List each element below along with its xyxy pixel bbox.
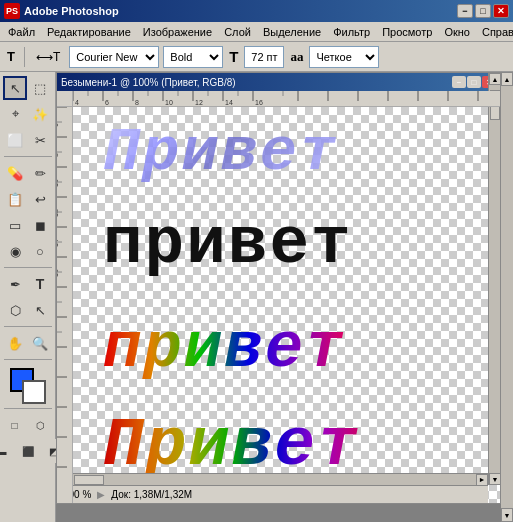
menu-edit[interactable]: Редактирование	[41, 24, 137, 40]
svg-text:12: 12	[57, 209, 59, 217]
ruler-top: 4 6 8 10 12 14 16	[73, 91, 500, 107]
text-layer-4[interactable]: Привет	[103, 412, 360, 480]
scroll-down-button[interactable]: ▼	[489, 473, 501, 485]
direct-select-tool[interactable]: ↖	[28, 298, 52, 322]
full-screen-mode[interactable]: ⬛	[16, 439, 40, 463]
doc-minimize-button[interactable]: −	[452, 76, 466, 88]
menu-window[interactable]: Окно	[438, 24, 476, 40]
screen-mode[interactable]: ▬	[0, 439, 14, 463]
svg-text:14: 14	[225, 99, 233, 106]
zoom-tool[interactable]: 🔍	[28, 331, 52, 355]
shape-tool[interactable]: ⬡	[3, 298, 27, 322]
tool-divider-3	[4, 326, 52, 327]
text-layer-2[interactable]: привет	[103, 212, 353, 278]
dodge-tool[interactable]: ○	[28, 239, 52, 263]
history-tool[interactable]: ↩	[28, 187, 52, 211]
doc-restore-button[interactable]: □	[467, 76, 481, 88]
wand-tool[interactable]: ✨	[28, 102, 52, 126]
svg-text:4: 4	[75, 99, 79, 106]
main-area: ↖ ⬚ ⌖ ✨ ⬜ ✂ 💊 ✏ 📋 ↩ ▭ ◼ ◉ ○ ✒	[0, 72, 513, 522]
text-tool-icon[interactable]: T	[4, 49, 18, 64]
svg-text:8: 8	[57, 153, 59, 157]
pen-tool[interactable]: ✒	[3, 272, 27, 296]
font-size-icon: T	[227, 48, 240, 65]
svg-text:10: 10	[57, 179, 59, 187]
fill-tool[interactable]: ◼	[28, 213, 52, 237]
svg-text:8: 8	[135, 99, 139, 106]
menu-select[interactable]: Выделение	[257, 24, 327, 40]
eraser-tool[interactable]: ▭	[3, 213, 27, 237]
quick-mask-row: □ ⬡	[3, 413, 53, 437]
svg-text:16: 16	[255, 99, 263, 106]
quick-mask-mode[interactable]: ⬡	[29, 413, 53, 437]
text-layer-3[interactable]: привет	[103, 317, 345, 381]
menu-image[interactable]: Изображение	[137, 24, 218, 40]
tool-divider-5	[4, 408, 52, 409]
right-panel-scrollbar: ▲ ▼	[501, 72, 513, 522]
text-orientation-button[interactable]: ⟷T	[31, 46, 65, 68]
document-titlebar: Безымени-1 @ 100% (Привет, RGB/8) − □ ✕	[57, 73, 500, 91]
options-toolbar: T ⟷T Courier New Bold T аа Четкое	[0, 42, 513, 72]
font-family-select[interactable]: Courier New	[69, 46, 159, 68]
title-bar: PS Adobe Photoshop − □ ✕	[0, 0, 513, 22]
text-tool[interactable]: T	[28, 272, 52, 296]
marquee-tool[interactable]: ⬚	[28, 76, 52, 100]
tool-divider-4	[4, 359, 52, 360]
app-title: Adobe Photoshop	[24, 5, 457, 17]
maximize-button[interactable]: □	[475, 4, 491, 18]
toolbar-separator-1	[24, 47, 25, 67]
hand-tool[interactable]: ✋	[3, 331, 27, 355]
menu-help[interactable]: Справка	[476, 24, 513, 40]
brush-tool[interactable]: ✏	[28, 161, 52, 185]
stamp-tool[interactable]: 📋	[3, 187, 27, 211]
lasso-tool[interactable]: ⌖	[3, 102, 27, 126]
document-title: Безымени-1 @ 100% (Привет, RGB/8)	[61, 77, 452, 88]
svg-text:6: 6	[105, 99, 109, 106]
menu-file[interactable]: Файл	[2, 24, 41, 40]
canvas-area: Безымени-1 @ 100% (Привет, RGB/8) − □ ✕ …	[56, 72, 513, 522]
scroll-right-button[interactable]: ►	[476, 474, 488, 486]
blur-tool[interactable]: ◉	[3, 239, 27, 263]
font-size-input[interactable]	[244, 46, 284, 68]
panel-scroll-up[interactable]: ▲	[501, 72, 513, 86]
status-separator: ▶	[97, 489, 105, 500]
antialiasing-label: аа	[288, 49, 305, 65]
ruler-left-svg: 6 8 10 12 14 16	[57, 107, 73, 503]
font-style-select[interactable]: Bold	[163, 46, 223, 68]
svg-text:6: 6	[57, 123, 59, 127]
status-bar: 100 % ▶ Док: 1,38M/1,32M	[57, 485, 488, 503]
window-controls: − □ ✕	[457, 4, 509, 18]
scroll-thumb-horizontal[interactable]	[74, 475, 104, 485]
menu-layer[interactable]: Слой	[218, 24, 257, 40]
antialiasing-select[interactable]: Четкое	[309, 46, 379, 68]
horizontal-scrollbar: ◄ ►	[57, 473, 488, 485]
tool-row-6: ▭ ◼	[3, 213, 52, 237]
panel-scroll-down[interactable]: ▼	[501, 508, 513, 522]
tool-row-9: ⬡ ↖	[3, 298, 52, 322]
tool-row-7: ◉ ○	[3, 239, 52, 263]
scroll-up-button[interactable]: ▲	[489, 73, 501, 85]
text-layer-1[interactable]: Привет	[103, 122, 338, 184]
background-color[interactable]	[22, 380, 46, 404]
menu-view[interactable]: Просмотр	[376, 24, 438, 40]
crop-tool[interactable]: ⬜	[3, 128, 27, 152]
close-button[interactable]: ✕	[493, 4, 509, 18]
color-area	[10, 368, 46, 404]
app-icon: PS	[4, 3, 20, 19]
tool-row-10: ✋ 🔍	[3, 331, 52, 355]
tool-row-8: ✒ T	[3, 272, 52, 296]
svg-text:12: 12	[195, 99, 203, 106]
vertical-scrollbar: ▲ ▼	[488, 73, 500, 485]
tool-row-4: 💊 ✏	[3, 161, 52, 185]
patch-tool[interactable]: 💊	[3, 161, 27, 185]
panel-scroll-track	[501, 86, 513, 508]
ruler-left: 6 8 10 12 14 16	[57, 107, 73, 503]
move-tool[interactable]: ↖	[3, 76, 27, 100]
menu-filter[interactable]: Фильтр	[327, 24, 376, 40]
left-toolbar: ↖ ⬚ ⌖ ✨ ⬜ ✂ 💊 ✏ 📋 ↩ ▭ ◼ ◉ ○ ✒	[0, 72, 56, 522]
minimize-button[interactable]: −	[457, 4, 473, 18]
scroll-track-vertical	[489, 85, 500, 473]
standard-mode[interactable]: □	[3, 413, 27, 437]
slice-tool[interactable]: ✂	[28, 128, 52, 152]
svg-text:16: 16	[57, 269, 59, 277]
